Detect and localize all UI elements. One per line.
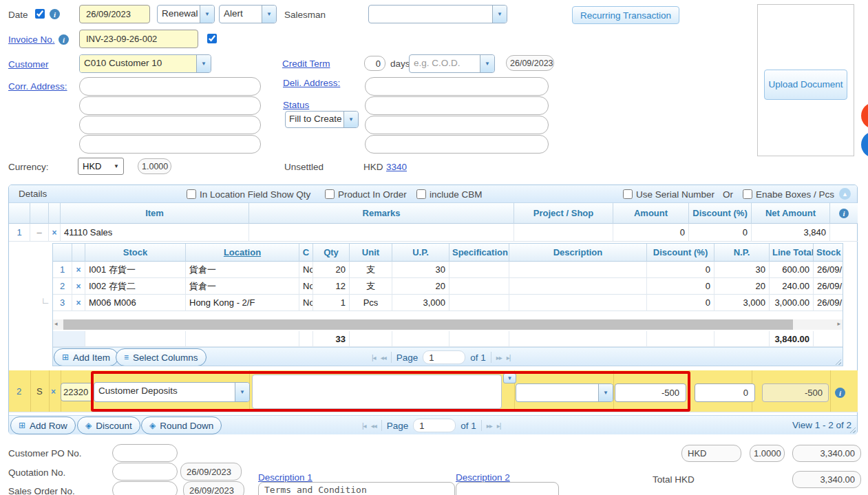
date-info-icon[interactable]: i (50, 9, 60, 19)
corr-address-input-1[interactable] (79, 77, 261, 96)
header-item[interactable]: Item (61, 203, 249, 224)
sub-row2-unit[interactable]: 支 (350, 278, 392, 295)
sub-row3-discount[interactable]: 0 (647, 295, 714, 311)
delete-stock-row-icon[interactable]: × (76, 298, 81, 308)
row1-project[interactable] (514, 224, 613, 242)
sub-header-line-total[interactable]: Line Total (770, 244, 814, 262)
page-next-icon[interactable]: ▸▸ (487, 422, 492, 430)
deli-address-input-3[interactable] (365, 116, 549, 134)
page-input[interactable] (413, 419, 456, 432)
sub-row2-qty[interactable]: 12 (313, 278, 350, 295)
row1-amount[interactable]: 0 (613, 224, 689, 242)
header-amount[interactable]: Amount (613, 203, 689, 224)
invoice-info-icon[interactable]: i (59, 34, 69, 45)
sub-row1-qty[interactable]: 20 (313, 262, 350, 278)
upload-document-button[interactable]: Upload Document (764, 70, 847, 100)
sub-row2-desc[interactable] (509, 278, 647, 295)
chevron-down-icon[interactable]: ▼ (262, 6, 276, 23)
sub-header-unit[interactable]: Unit (350, 244, 392, 262)
deli-address-label[interactable]: Deli. Address: (283, 78, 340, 88)
customer-label[interactable]: Customer (8, 59, 49, 70)
delete-stock-row-icon[interactable]: × (76, 265, 81, 275)
sub-header-specification[interactable]: Specification (449, 244, 509, 262)
sales-order-no-input[interactable] (112, 481, 178, 495)
delete-stock-row-icon[interactable]: × (76, 282, 81, 291)
chevron-down-icon[interactable]: ▼ (235, 383, 249, 401)
page-next-icon[interactable]: ▸▸ (496, 354, 502, 361)
page-last-icon[interactable]: ▸| (507, 354, 511, 361)
in-location-field-show-qty-checkbox[interactable] (187, 189, 196, 199)
sub-row1-line-total[interactable]: 600.00 (770, 262, 814, 278)
corr-address-input-2[interactable] (79, 96, 261, 115)
sub-row2-up[interactable]: 20 (392, 278, 449, 295)
page-prev-icon[interactable]: ◂◂ (371, 422, 377, 430)
subgrid-hscrollbar[interactable]: ◂ ▸ (53, 319, 843, 330)
date-input[interactable] (79, 5, 150, 23)
row1-item[interactable]: 41110 Sales (61, 224, 249, 242)
sub-row2-c[interactable]: No (299, 278, 313, 295)
page-prev-icon[interactable]: ◂◂ (381, 354, 386, 361)
sub-row1-location[interactable]: 貨倉一 (186, 262, 299, 278)
sub-row3-qty[interactable]: 1 (313, 295, 350, 311)
sub-row3-stock[interactable]: M006 M006 (85, 295, 186, 311)
discount-button[interactable]: ◈ Discount (77, 417, 140, 434)
sub-row3-spec[interactable] (449, 295, 509, 311)
page-first-icon[interactable]: |◂ (372, 354, 376, 361)
add-item-button[interactable]: ⊞ Add Item (54, 348, 118, 366)
sub-row1-np[interactable]: 30 (714, 262, 770, 278)
chevron-down-icon[interactable]: ▼ (598, 384, 613, 401)
alert-select[interactable]: Alert ▼ (219, 5, 277, 23)
sub-row3-up[interactable]: 3,000 (392, 295, 449, 311)
chevron-down-icon[interactable]: ▼ (200, 6, 214, 23)
sub-row1-spec[interactable] (449, 262, 509, 278)
renewal-select[interactable]: Renewal ▼ (157, 5, 215, 23)
sub-row2-stock-date[interactable]: 26/09/ (814, 278, 843, 295)
include-cbm-checkbox[interactable] (416, 189, 426, 199)
delete-row-icon[interactable]: × (51, 387, 56, 397)
deli-address-input-4[interactable] (365, 135, 549, 154)
row2-account-select[interactable]: Customer Deposits ▼ (94, 382, 250, 402)
row2-amount-input[interactable] (615, 383, 686, 402)
page-first-icon[interactable]: |◂ (362, 422, 366, 430)
description-2-label[interactable]: Description 2 (456, 472, 510, 483)
invoice-no-input[interactable] (79, 30, 198, 48)
floating-action-blue-icon[interactable] (861, 131, 868, 158)
corr-address-input-4[interactable] (79, 135, 261, 154)
use-serial-number-checkbox[interactable] (623, 189, 633, 199)
deli-address-input-1[interactable] (365, 77, 549, 96)
subgrid-resize-grip[interactable] (834, 357, 841, 365)
scrollbar-thumb[interactable] (63, 319, 793, 330)
description-1-textarea[interactable]: Terms and Condition (258, 482, 455, 495)
scroll-right-icon[interactable]: ▸ (837, 320, 840, 327)
sub-header-np[interactable]: N.P. (714, 244, 770, 262)
header-discount[interactable]: Discount (%) (689, 203, 752, 224)
delete-row-icon[interactable]: × (52, 228, 56, 238)
sub-row1-stock[interactable]: I001 存貨一 (85, 262, 186, 278)
sub-row3-line-total[interactable]: 3,000.00 (770, 295, 814, 311)
row2-discount-input[interactable] (695, 383, 755, 402)
header-project-shop[interactable]: Project / Shop (514, 203, 613, 224)
unsettled-amount-link[interactable]: 3340 (386, 162, 407, 172)
sub-row1-desc[interactable] (509, 262, 647, 278)
sub-row1-up[interactable]: 30 (392, 262, 449, 278)
sub-header-description[interactable]: Description (509, 244, 647, 262)
sub-row3-unit[interactable]: Pcs (350, 295, 392, 311)
round-down-button[interactable]: ◈ Round Down (141, 417, 222, 434)
header-net-amount[interactable]: Net Amount (752, 203, 830, 224)
corr-address-label[interactable]: Corr. Address: (8, 81, 67, 92)
add-row-button[interactable]: ⊞ Add Row (10, 417, 76, 434)
row2-remarks-textarea[interactable] (252, 375, 502, 409)
select-columns-button[interactable]: ≡ Select Columns (116, 348, 207, 366)
credit-term-days-input[interactable] (364, 56, 385, 71)
sub-header-location[interactable]: Location (186, 244, 299, 262)
info-icon[interactable]: i (839, 209, 849, 218)
collapse-panel-icon[interactable]: ▲ (839, 188, 851, 200)
status-select[interactable]: Fill to Create ▼ (285, 111, 359, 128)
sub-row2-spec[interactable] (449, 278, 509, 295)
sub-row2-location[interactable]: 貨倉一 (186, 278, 299, 295)
row2-account-code-input[interactable] (61, 383, 93, 401)
sub-row3-np[interactable]: 3,000 (714, 295, 770, 311)
scroll-left-icon[interactable]: ◂ (54, 320, 58, 327)
sub-row3-desc[interactable] (509, 295, 647, 311)
row2-info-icon[interactable]: i (835, 388, 845, 398)
